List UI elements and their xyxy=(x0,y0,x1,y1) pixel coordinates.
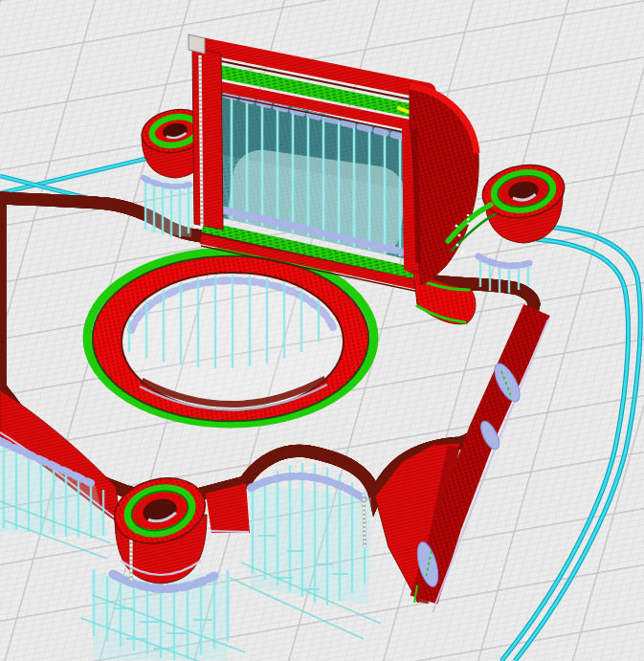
center-hole xyxy=(87,252,374,424)
duct-left-pillar xyxy=(192,48,223,230)
support-cluster-wing xyxy=(144,175,193,237)
preview-canvas[interactable] xyxy=(0,0,644,661)
slicer-3d-viewport[interactable] xyxy=(0,0,644,661)
dome-left-shade xyxy=(414,129,418,263)
seam-top-cap xyxy=(189,34,205,54)
wall-base-line xyxy=(211,531,249,532)
